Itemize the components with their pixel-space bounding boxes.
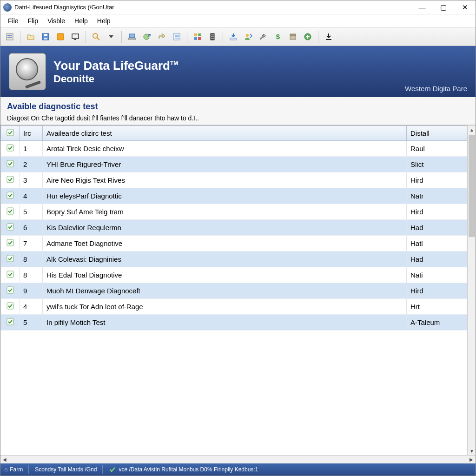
cell-check[interactable] <box>1 299 20 315</box>
svg-rect-41 <box>7 255 13 262</box>
menu-file[interactable]: File <box>3 16 23 26</box>
cell-check[interactable] <box>1 172 20 188</box>
svg-rect-8 <box>74 39 76 40</box>
table-row[interactable]: 5Bopry Suf Ame Telg tramHird <box>1 204 467 220</box>
cell-check[interactable] <box>1 188 20 204</box>
search-icon[interactable] <box>90 30 103 43</box>
toolbar: $ <box>0 27 476 46</box>
scroll-right-icon[interactable]: ▶ <box>467 456 476 464</box>
properties-icon[interactable] <box>3 30 16 43</box>
plus-circle-icon[interactable] <box>301 30 314 43</box>
check-icon <box>7 192 14 199</box>
menu-help[interactable]: Help <box>70 16 93 26</box>
cell-check[interactable] <box>1 315 20 331</box>
user-import-icon[interactable] <box>242 30 255 43</box>
svg-rect-5 <box>44 38 47 40</box>
harddrive-icon <box>9 53 46 90</box>
col-check[interactable] <box>1 126 20 141</box>
cell-check[interactable] <box>1 220 20 236</box>
minimize-button[interactable]: — <box>411 0 433 14</box>
rack-icon[interactable] <box>206 30 219 43</box>
toolbar-sep <box>20 31 20 43</box>
scroll-thumb[interactable] <box>469 135 475 237</box>
status-pane-1: ⌂ Farm <box>4 466 23 473</box>
status-text-3: vce /Data Avistin Rufital Monbus D0% Fir… <box>119 466 258 473</box>
table-row[interactable]: 4ywil's tuck Tor Adn leot of-RageHrt <box>1 299 467 315</box>
toolbar-sep <box>187 31 187 43</box>
scroll-left-icon[interactable]: ◀ <box>0 456 9 464</box>
col-status[interactable]: Distall <box>407 126 467 141</box>
dropdown-icon[interactable] <box>105 30 118 43</box>
orange-box-icon[interactable] <box>54 30 67 43</box>
cell-status: Had <box>407 251 467 267</box>
check-icon <box>7 271 14 278</box>
svg-rect-4 <box>44 34 47 36</box>
save-icon[interactable] <box>39 30 52 43</box>
cell-check[interactable] <box>1 267 20 283</box>
table-row[interactable]: 3Aire Neo Rigis Text RivesHird <box>1 172 467 188</box>
banner-text: Your Data LifeGuardTM Deonitte <box>53 59 178 85</box>
cell-status: Hird <box>407 204 467 220</box>
menu-visible[interactable]: Visble <box>43 16 70 26</box>
dollar-icon[interactable]: $ <box>271 30 284 43</box>
check-icon <box>109 466 116 473</box>
menu-help-2[interactable]: Help <box>93 16 115 26</box>
table-row[interactable]: 9Muoh MI Denwage DiagnoceftHird <box>1 283 467 299</box>
col-index[interactable]: Irc <box>20 126 43 141</box>
cell-index: 5 <box>20 204 43 220</box>
arrow-right-icon[interactable] <box>155 30 168 43</box>
horizontal-scrollbar[interactable]: ◀ ▶ <box>0 455 476 463</box>
table-row[interactable]: 5In pifily Motich TestA-Taleum <box>1 315 467 331</box>
download-icon[interactable] <box>227 30 240 43</box>
scroll-up-icon[interactable]: ▲ <box>468 126 476 134</box>
close-button[interactable]: ✕ <box>454 0 476 14</box>
table-area: Irc Availearde clizirc test Distall 1Aro… <box>0 125 476 455</box>
table-header-row: Irc Availearde clizirc test Distall <box>1 126 467 141</box>
cell-index: 8 <box>20 251 43 267</box>
svg-rect-39 <box>7 224 13 230</box>
cell-check[interactable] <box>1 236 20 251</box>
svg-rect-2 <box>7 37 12 38</box>
svg-rect-19 <box>198 33 201 36</box>
cell-name: His Edal Toal Diagnotive <box>43 267 407 283</box>
window-title: Datri-Lifesued Diagnisytics (/GonUtar <box>14 4 411 11</box>
vertical-scrollbar[interactable]: ▲ ▼ <box>467 126 476 455</box>
cell-check[interactable] <box>1 251 20 267</box>
status-text-1: Farm <box>10 466 23 473</box>
cell-check[interactable] <box>1 204 20 220</box>
open-icon[interactable] <box>24 30 37 43</box>
table-row[interactable]: 7Admane Toet DiagnotiveHatl <box>1 236 467 251</box>
col-name[interactable]: Availearde clizirc test <box>43 126 407 141</box>
monitor-outline-icon[interactable] <box>69 30 82 43</box>
check-icon <box>7 144 14 152</box>
laptop-icon[interactable] <box>126 30 139 43</box>
cell-index: 8 <box>20 267 43 283</box>
table-row[interactable]: 2YHI Brue Rigured-TriverSlict <box>1 157 467 172</box>
table-row[interactable]: 8Alk Colevasi: DiagniniesHad <box>1 251 467 267</box>
cell-check[interactable] <box>1 283 20 299</box>
svg-rect-7 <box>72 34 79 39</box>
cell-check[interactable] <box>1 157 20 172</box>
wrench-icon[interactable] <box>257 30 270 43</box>
globe-arrow-icon[interactable] <box>140 30 153 43</box>
svg-rect-45 <box>7 318 13 325</box>
menu-flip[interactable]: Flip <box>23 16 43 26</box>
maximize-button[interactable]: ▢ <box>433 0 454 14</box>
check-icon <box>7 286 14 294</box>
svg-rect-30 <box>290 34 296 35</box>
cell-check[interactable] <box>1 141 20 157</box>
download-arrow-icon[interactable] <box>322 30 335 43</box>
table-row[interactable]: 6Kis Dalevlior RequlermnHad <box>1 220 467 236</box>
status-pane-2: Scondsy Tall Mards /Gnd <box>28 465 97 474</box>
table-row[interactable]: 8His Edal Toal DiagnotiveNati <box>1 267 467 283</box>
scroll-down-icon[interactable]: ▼ <box>468 447 476 455</box>
grid-icon[interactable] <box>191 30 204 43</box>
svg-rect-12 <box>128 38 136 40</box>
svg-rect-40 <box>7 239 13 246</box>
section-description: Diagost On Che tagotid dusit f’ll fiante… <box>7 114 469 122</box>
table-row[interactable]: 1Arotal Tirck Desic cheixwRaul <box>1 141 467 157</box>
table-row[interactable]: 4Hur eleysParf DiagnotticNatr <box>1 188 467 204</box>
box-icon[interactable] <box>286 30 299 43</box>
banner-line1b: Guard <box>134 59 170 73</box>
list-icon[interactable] <box>170 30 183 43</box>
